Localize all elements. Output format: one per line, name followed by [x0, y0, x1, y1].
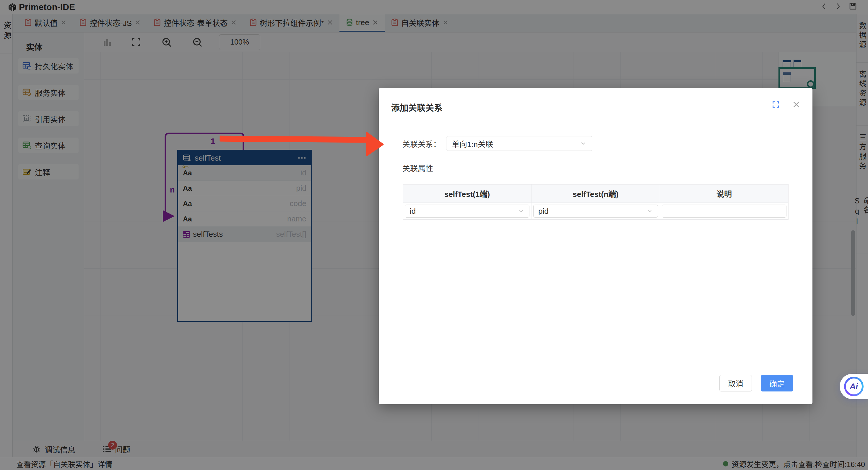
ai-icon: Ai — [844, 377, 864, 396]
association-attributes-table: selfTest(1端) selfTest(n端) 说明 id pid — [403, 184, 788, 220]
ai-assistant-button[interactable]: Ai — [840, 374, 868, 399]
table-header-endn: selfTest(n端) — [531, 184, 660, 203]
table-header-end1: selfTest(1端) — [403, 184, 531, 203]
maximize-icon[interactable] — [772, 100, 780, 109]
relation-type-label: 关联关系： — [402, 138, 441, 149]
cancel-button[interactable]: 取消 — [719, 375, 752, 392]
relation-type-select[interactable]: 单向1:n关联 — [446, 136, 592, 151]
add-association-dialog: 添加关联关系 关联关系： 单向1:n关联 关联属性 selfTest(1端) s… — [379, 88, 812, 404]
ai-label: Ai — [846, 378, 862, 395]
endn-field-select[interactable]: pid — [533, 205, 658, 217]
endn-field-value: pid — [538, 207, 549, 216]
confirm-button[interactable]: 确定 — [761, 375, 793, 392]
table-header-remark: 说明 — [660, 184, 788, 203]
dialog-title: 添加关联关系 — [391, 101, 442, 113]
close-icon[interactable] — [793, 101, 800, 108]
association-attributes-label: 关联属性 — [402, 162, 433, 173]
table-row: id pid — [403, 203, 788, 220]
end1-field-select[interactable]: id — [405, 205, 529, 217]
remark-input[interactable] — [662, 205, 786, 217]
end1-field-value: id — [410, 207, 416, 216]
chevron-down-icon — [518, 208, 524, 214]
chevron-down-icon — [580, 140, 587, 147]
table-header-row: selfTest(1端) selfTest(n端) 说明 — [403, 184, 788, 203]
chevron-down-icon — [646, 208, 653, 214]
relation-type-value: 单向1:n关联 — [452, 138, 493, 149]
